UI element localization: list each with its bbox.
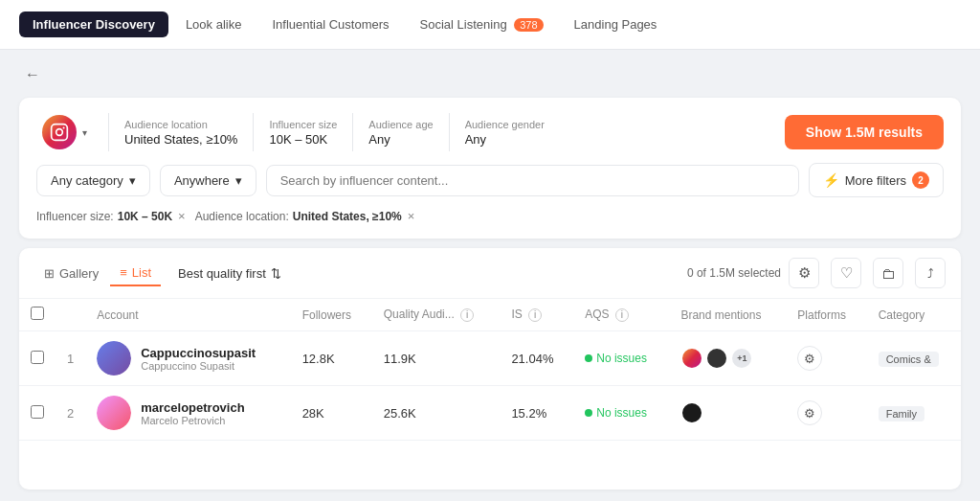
row1-checkbox[interactable] xyxy=(31,351,44,364)
instagram-icon xyxy=(42,115,77,149)
audience-gender-filter[interactable]: Audience gender Any xyxy=(465,119,545,147)
col-header-brand-mentions: Brand mentions xyxy=(669,299,786,331)
category-dropdown[interactable]: Any category ▾ xyxy=(36,165,150,196)
influencer-size-filter[interactable]: Influencer size 10K – 50K xyxy=(269,119,337,147)
row1-avatar-img xyxy=(97,341,131,376)
filter-row-top: ▾ Audience location United States, ≥10% … xyxy=(36,111,944,153)
row2-account-cell: marcelopetrovich Marcelo Petrovich xyxy=(85,386,290,441)
row1-followers: 12.8K xyxy=(291,331,372,386)
tab-landing-pages[interactable]: Landing Pages xyxy=(561,11,671,37)
audience-location-label: Audience location xyxy=(124,119,237,130)
row1-num: 1 xyxy=(56,331,85,386)
row1-avatar xyxy=(97,341,131,376)
view-toggle: ⊞ Gallery ≡ List xyxy=(34,261,161,286)
row1-account-cell: Cappuccinosupasit Cappuccino Supasit xyxy=(85,331,290,386)
influencer-size-label: Influencer size xyxy=(269,119,337,130)
location-dropdown[interactable]: Anywhere ▾ xyxy=(160,165,256,196)
row1-brand-icon-2 xyxy=(705,347,728,370)
audience-location-filter[interactable]: Audience location United States, ≥10% xyxy=(124,119,237,147)
row1-category: Comics & xyxy=(867,331,961,386)
top-nav: Influencer Discovery Look alike Influent… xyxy=(0,0,980,50)
col-header-followers: Followers xyxy=(291,299,372,331)
tab-look-alike[interactable]: Look alike xyxy=(172,11,256,37)
row2-avatar xyxy=(97,396,131,430)
social-listening-badge: 378 xyxy=(514,18,543,32)
table-toolbar: ⊞ Gallery ≡ List Best quality first ⇅ 0 … xyxy=(19,248,961,299)
col-header-category: Category xyxy=(867,299,961,331)
row1-platforms: ⚙ xyxy=(786,331,866,386)
list-view-btn[interactable]: ≡ List xyxy=(110,261,161,286)
tab-influencer-discovery[interactable]: Influencer Discovery xyxy=(19,11,168,37)
row2-account-subname: Marcelo Petrovich xyxy=(141,415,244,426)
row1-brand-mentions: +1 xyxy=(669,331,786,386)
settings-icon-btn[interactable]: ⚙ xyxy=(789,258,819,288)
row2-category: Family xyxy=(867,386,961,441)
row1-category-tag: Comics & xyxy=(879,352,939,367)
more-filters-button[interactable]: ⚡ More filters 2 xyxy=(809,163,944,197)
show-results-button[interactable]: Show 1.5M results xyxy=(785,115,944,149)
location-filter-remove[interactable]: × xyxy=(408,209,415,223)
filter-card: ▾ Audience location United States, ≥10% … xyxy=(19,98,961,239)
size-filter-remove[interactable]: × xyxy=(178,209,186,223)
location-filter-tag: Audience location: United States, ≥10% × xyxy=(195,209,415,223)
row2-brand-icon-1 xyxy=(680,401,703,424)
size-filter-tag: Influencer size: 10K – 50K × xyxy=(36,209,186,223)
tab-social-listening[interactable]: Social Listening 378 xyxy=(407,11,557,37)
row2-platforms: ⚙ xyxy=(786,386,866,441)
col-header-num xyxy=(56,299,85,331)
folder-icon: 🗀 xyxy=(881,265,896,282)
col-header-checkbox xyxy=(19,299,56,331)
more-filters-badge: 2 xyxy=(912,171,929,189)
main-content: ← ▾ Audience xyxy=(0,50,980,501)
quality-info-icon[interactable]: i xyxy=(460,308,474,322)
selected-count: 0 of 1.5M selected xyxy=(687,266,781,280)
platform-selector[interactable]: ▾ xyxy=(36,111,93,153)
audience-gender-value: Any xyxy=(465,132,545,147)
row2-account-info: marcelopetrovich Marcelo Petrovich xyxy=(141,400,244,426)
tab-influential-customers[interactable]: Influential Customers xyxy=(258,11,402,37)
folder-icon-btn[interactable]: 🗀 xyxy=(873,258,903,288)
col-header-account: Account xyxy=(85,299,290,331)
table-row: 2 marcelopetrovich Marcelo Petrovich xyxy=(19,386,961,441)
audience-age-value: Any xyxy=(368,132,433,147)
table-section: ⊞ Gallery ≡ List Best quality first ⇅ 0 … xyxy=(19,248,961,490)
is-info-icon[interactable]: i xyxy=(528,308,542,322)
favorites-icon-btn[interactable]: ♡ xyxy=(831,258,861,288)
back-button[interactable]: ← xyxy=(19,61,46,88)
row2-category-tag: Family xyxy=(879,406,924,421)
row1-brand-icon-plus: +1 xyxy=(730,347,753,370)
filter-divider-1 xyxy=(108,113,109,151)
row1-brand-icon-1 xyxy=(680,347,703,370)
active-filters: Influencer size: 10K – 50K × Audience lo… xyxy=(36,207,944,225)
row2-aqs: No issues xyxy=(573,386,669,441)
filter-divider-2 xyxy=(253,113,254,151)
audience-location-value: United States, ≥10% xyxy=(124,132,237,147)
row2-status-dot xyxy=(585,409,592,417)
aqs-info-icon[interactable]: i xyxy=(615,308,629,322)
content-search-input[interactable] xyxy=(266,165,799,196)
row2-followers: 28K xyxy=(291,386,372,441)
platform-chevron: ▾ xyxy=(82,127,87,138)
export-icon: ⤴ xyxy=(927,266,934,281)
filter-lines-icon: ⚡ xyxy=(823,172,839,188)
row2-quality-audience: 25.6K xyxy=(372,386,501,441)
row2-checkbox[interactable] xyxy=(31,405,44,419)
heart-icon: ♡ xyxy=(840,264,853,282)
row2-avatar-img xyxy=(97,396,131,430)
row2-account-name[interactable]: marcelopetrovich xyxy=(141,400,244,415)
row2-aqs-label: No issues xyxy=(596,406,647,420)
filter-divider-3 xyxy=(352,113,353,151)
audience-age-label: Audience age xyxy=(368,119,433,130)
select-all-checkbox[interactable] xyxy=(31,307,44,320)
gallery-view-btn[interactable]: ⊞ Gallery xyxy=(34,262,108,285)
row1-status-dot xyxy=(585,354,592,362)
svg-point-2 xyxy=(63,126,65,128)
audience-age-filter[interactable]: Audience age Any xyxy=(368,119,433,147)
row1-quality-audience: 11.9K xyxy=(372,331,501,386)
row1-account-name[interactable]: Cappuccinosupasit xyxy=(141,346,256,360)
row1-aqs: No issues xyxy=(573,331,669,386)
svg-point-1 xyxy=(56,129,63,136)
export-icon-btn[interactable]: ⤴ xyxy=(915,258,946,288)
row2-num: 2 xyxy=(56,386,85,441)
sort-selector[interactable]: Best quality first ⇅ xyxy=(168,262,291,285)
